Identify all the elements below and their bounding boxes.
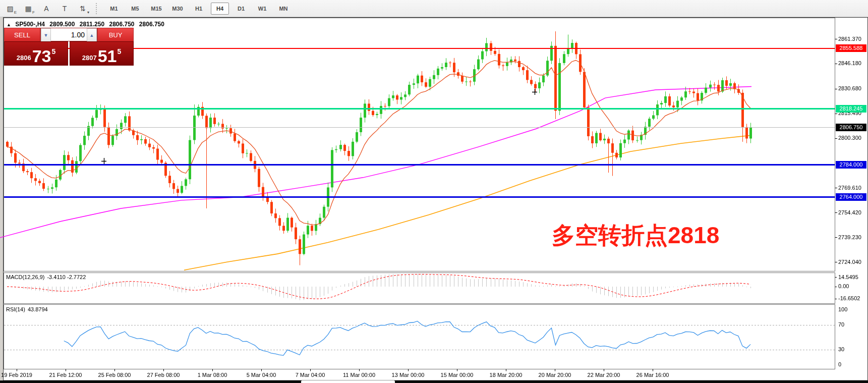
resistance-line-price-tag: 2855.588 xyxy=(836,44,866,52)
ohlc-close: 2806.750 xyxy=(139,21,164,28)
ohlc-low: 2806.750 xyxy=(109,21,134,28)
macd-axis-tick: -16.6502 xyxy=(838,295,860,301)
timeframe-button-m1[interactable]: M1 xyxy=(105,3,123,15)
volume-increase-button[interactable]: ▲ xyxy=(87,28,97,42)
ask-price-display[interactable]: 2807515 xyxy=(70,41,134,66)
volume-input[interactable] xyxy=(51,28,87,41)
indicators-icon[interactable]: ▨E xyxy=(2,2,18,15)
text-label-icon[interactable]: A xyxy=(38,2,54,15)
support-line[interactable] xyxy=(4,196,835,198)
price-axis-tick: 2724.040 xyxy=(838,259,861,265)
price-axis-tick: 2846.180 xyxy=(838,60,861,66)
price-axis-tick: 2739.230 xyxy=(838,234,861,240)
timeframe-button-mn[interactable]: MN xyxy=(274,3,293,15)
date-axis-label: 18 Mar 20:00 xyxy=(490,372,523,378)
taskbar-active-tab xyxy=(301,380,395,383)
current-price-line[interactable] xyxy=(4,127,835,128)
macd-axis-tick: 0.00 xyxy=(838,283,849,289)
timeframe-button-h1[interactable]: H1 xyxy=(190,3,208,15)
taskbar-strip xyxy=(0,380,868,383)
date-axis-label: 7 Mar 04:00 xyxy=(296,372,325,378)
date-axis-label: 15 Mar 00:00 xyxy=(441,372,474,378)
timeframe-button-h4[interactable]: H4 xyxy=(211,3,229,15)
bid-price-sup: 5 xyxy=(51,47,55,56)
macd-indicator-label: MACD(12,26,9)-3.4110 -2.7722 xyxy=(6,274,86,280)
text-box-icon[interactable]: T xyxy=(56,2,73,15)
timeframe-button-m5[interactable]: M5 xyxy=(126,3,144,15)
grid-icon[interactable]: ▦F xyxy=(20,2,36,15)
bid-price-big: 73 xyxy=(32,48,51,64)
date-axis-label: 20 Mar 20:00 xyxy=(539,372,571,378)
date-axis-label: 5 Mar 04:00 xyxy=(247,372,276,378)
symbol-name: SP500-,H4 xyxy=(15,21,45,28)
timeframe-button-d1[interactable]: D1 xyxy=(232,3,250,15)
date-axis-label: 26 Mar 16:00 xyxy=(636,372,669,378)
date-axis-label: 19 Feb 2019 xyxy=(1,372,32,378)
rsi-indicator-label: RSI(14)43.8794 xyxy=(6,306,48,312)
price-axis-tick: 2754.420 xyxy=(838,209,861,215)
support-line[interactable] xyxy=(4,164,835,166)
date-axis-label: 21 Feb 12:00 xyxy=(49,372,82,378)
date-axis-label: 11 Mar 00:00 xyxy=(343,372,375,378)
timeframe-button-m30[interactable]: M30 xyxy=(168,3,187,15)
date-axis-label: 22 Mar 20:00 xyxy=(588,372,620,378)
volume-stepper: ▼ ▲ xyxy=(40,28,97,41)
price-axis-tick: 2861.370 xyxy=(838,36,861,42)
toolbar-separator xyxy=(96,3,100,14)
volume-decrease-button[interactable]: ▼ xyxy=(41,28,51,42)
date-axis-label: 1 Mar 08:00 xyxy=(198,372,227,378)
ohlc-high: 2811.250 xyxy=(80,21,104,28)
cycle-arrows-icon[interactable]: ⇅▾ xyxy=(75,2,91,15)
ask-price-prefix: 2807 xyxy=(82,54,97,62)
toolbar: ▨E▦FAT⇅▾ M1M5M15M30H1H4D1W1MN xyxy=(0,0,868,17)
price-axis-tick: 2830.680 xyxy=(838,85,861,91)
price-axis-tick: 2769.610 xyxy=(838,185,861,191)
ohlc-open: 2809.500 xyxy=(49,21,75,28)
pivot-line[interactable] xyxy=(4,108,835,110)
ask-price-sup: 5 xyxy=(117,47,121,56)
macd-axis-tick: 14.5495 xyxy=(838,274,858,280)
buy-button[interactable]: BUY xyxy=(97,28,134,42)
bid-price-prefix: 2806 xyxy=(17,54,31,62)
up-triangle-icon: ▲ xyxy=(7,22,11,27)
rsi-axis-tick: 0 xyxy=(838,361,841,367)
ask-price-big: 51 xyxy=(98,48,117,64)
rsi-axis-tick: 100 xyxy=(838,306,847,312)
timeframe-button-w1[interactable]: W1 xyxy=(253,3,271,15)
rsi-axis-tick: 70 xyxy=(838,321,844,327)
sell-button[interactable]: SELL xyxy=(4,28,40,42)
chart-annotation-text[interactable]: 多空转折点2818 xyxy=(552,220,719,251)
support-line-price-tag: 2784.000 xyxy=(836,161,866,169)
timeframe-button-m15[interactable]: M15 xyxy=(147,3,165,15)
date-axis-label: 25 Feb 08:00 xyxy=(98,372,131,378)
price-axis-tick: 2800.300 xyxy=(838,135,861,141)
rsi-axis-tick: 30 xyxy=(838,346,844,352)
support-line-price-tag: 2764.000 xyxy=(836,193,866,201)
trading-terminal-window: ▨E▦FAT⇅▾ M1M5M15M30H1H4D1W1MN 2855.58828… xyxy=(0,0,868,383)
one-click-trading-panel: SELL ▼ ▲ BUY 2806735 2807515 xyxy=(4,28,134,66)
bid-price-display[interactable]: 2806735 xyxy=(4,41,68,66)
date-axis-label: 13 Mar 00:00 xyxy=(392,372,425,378)
symbol-info: ▲ SP500-,H4 2809.500 2811.250 2806.750 2… xyxy=(7,21,167,28)
pivot-line-price-tag: 2818.245 xyxy=(836,105,866,113)
date-axis-label: 27 Feb 08:00 xyxy=(147,372,180,378)
current-price-line-price-tag: 2806.750 xyxy=(836,124,866,131)
